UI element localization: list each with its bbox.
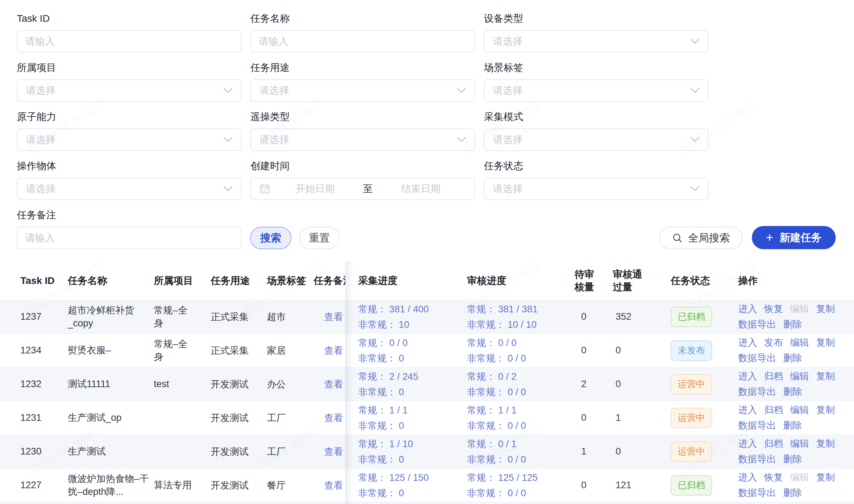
action-link[interactable]: 进入 <box>738 302 757 316</box>
cell-project: 常规–全身 <box>154 304 211 330</box>
cell-review-progress: 常规： 381 / 381非常规： 10 / 10 <box>467 301 572 332</box>
action-link[interactable]: 复制 <box>816 336 835 350</box>
filter-label: 任务用途 <box>250 62 475 74</box>
cell-collect-progress: 常规： 1 / 1非常规： 0 <box>345 403 467 433</box>
action-link[interactable]: 复制 <box>816 470 835 485</box>
filter-input[interactable] <box>250 30 475 53</box>
action-link[interactable]: 删除 <box>783 418 802 433</box>
cell-task-name: 超市冷鲜柜补货_copy <box>68 304 154 330</box>
action-link[interactable]: 编辑 <box>790 403 809 417</box>
cell-approved-count: 0 <box>613 345 671 356</box>
cell-review-progress: 常规： 0 / 1非常规： 0 / 0 <box>467 436 572 467</box>
action-link[interactable]: 编辑 <box>790 437 809 451</box>
action-link[interactable]: 复制 <box>816 369 835 384</box>
filter-field: 采集模式请选择 <box>484 111 709 151</box>
date-range-picker[interactable]: 开始日期至结束日期 <box>250 178 475 200</box>
view-remark-link[interactable]: 查看 <box>324 413 343 423</box>
cell-task-name: 微波炉加热食物–干扰–depth降... <box>68 472 154 498</box>
plus-icon: + <box>766 231 773 244</box>
filter-input[interactable] <box>17 30 242 53</box>
global-search-button[interactable]: 全局搜索 <box>659 227 743 249</box>
filter-select[interactable]: 请选择 <box>484 128 709 151</box>
action-link[interactable]: 进入 <box>738 336 757 350</box>
filter-input[interactable] <box>17 227 242 249</box>
action-link[interactable]: 删除 <box>783 486 802 500</box>
action-link[interactable]: 恢复 <box>764 302 783 316</box>
column-header-label: 任务名称 <box>68 275 107 286</box>
action-link[interactable]: 编辑 <box>790 336 809 350</box>
filter-label: 创建时间 <box>250 160 475 172</box>
filter-select[interactable]: 请选择 <box>484 79 709 102</box>
cell-remark: 查看 <box>314 445 345 458</box>
action-link[interactable]: 删除 <box>783 351 802 365</box>
action-link[interactable]: 发布 <box>764 336 783 350</box>
column-header-label: 任务备注 <box>314 275 345 286</box>
filter-select[interactable]: 请选择 <box>17 178 242 200</box>
column-header-label: 操作 <box>738 275 758 286</box>
filter-select[interactable]: 请选择 <box>250 128 475 151</box>
actions-line: 进入恢复编辑复制 <box>738 470 854 485</box>
action-link[interactable]: 删除 <box>783 385 802 399</box>
column-header-4: 任务用途 <box>211 274 267 287</box>
action-link[interactable]: 复制 <box>816 403 835 417</box>
view-remark-link[interactable]: 查看 <box>324 480 343 491</box>
action-link[interactable]: 数据导出 <box>738 351 776 365</box>
chevron-down-icon <box>457 88 466 93</box>
filter-select[interactable]: 请选择 <box>17 79 242 102</box>
cell-scene: 超市 <box>267 311 314 323</box>
create-task-button[interactable]: + 新建任务 <box>752 226 836 249</box>
filter-label: 任务状态 <box>484 160 709 172</box>
search-button[interactable]: 搜索 <box>250 227 291 249</box>
cell-task-id: 1231 <box>20 412 68 423</box>
action-link[interactable]: 编辑 <box>790 369 809 384</box>
action-link[interactable]: 进入 <box>738 470 757 485</box>
action-link[interactable]: 数据导出 <box>738 385 776 399</box>
action-link[interactable]: 进入 <box>738 437 757 451</box>
action-link[interactable]: 删除 <box>783 317 802 332</box>
action-link[interactable]: 数据导出 <box>738 418 776 433</box>
filter-field: 任务备注 <box>17 209 242 249</box>
action-link[interactable]: 删除 <box>783 452 802 466</box>
collect-irregular-line: 非常规： 0 <box>358 351 467 366</box>
cell-status: 运营中 <box>671 442 734 462</box>
cell-actions: 进入归档编辑复制数据导出删除 <box>734 403 854 433</box>
actions-line: 进入归档编辑复制 <box>738 369 854 384</box>
filter-select[interactable]: 请选择 <box>17 128 242 151</box>
actions-line: 数据导出删除 <box>738 385 854 399</box>
filter-label: 原子能力 <box>17 111 242 123</box>
view-remark-link[interactable]: 查看 <box>324 312 343 322</box>
action-link[interactable]: 归档 <box>764 403 783 417</box>
action-link[interactable]: 复制 <box>816 437 835 451</box>
cell-scene: 餐厅 <box>267 479 314 492</box>
cell-actions: 进入恢复编辑复制数据导出删除 <box>734 302 854 332</box>
filter-label: 操作物体 <box>17 160 242 172</box>
table-row: 1234熨烫衣服–常规–全身正式采集家居查看常规： 0 / 0非常规： 0常规：… <box>0 334 854 367</box>
cell-collect-progress: 常规： 125 / 150非常规： 0 <box>345 470 467 501</box>
chevron-down-icon <box>223 88 232 93</box>
filter-select[interactable]: 请选择 <box>484 178 709 200</box>
action-link[interactable]: 进入 <box>738 403 757 417</box>
cell-remark: 查看 <box>314 311 345 323</box>
action-link[interactable]: 进入 <box>738 369 757 384</box>
action-link[interactable]: 归档 <box>764 437 783 451</box>
action-link[interactable]: 复制 <box>816 302 835 316</box>
table-row: 1231生产测试_op开发测试工厂查看常规： 1 / 1非常规： 0常规： 1 … <box>0 401 854 435</box>
view-remark-link[interactable]: 查看 <box>324 446 343 457</box>
column-header-12: 操作 <box>734 274 854 287</box>
status-badge: 运营中 <box>671 442 712 462</box>
action-link[interactable]: 数据导出 <box>738 452 776 466</box>
reset-button[interactable]: 重置 <box>299 227 340 249</box>
view-remark-link[interactable]: 查看 <box>324 345 343 356</box>
filter-select[interactable]: 请选择 <box>484 30 709 53</box>
action-link[interactable]: 归档 <box>764 369 783 384</box>
cell-project: 算法专用 <box>154 479 211 492</box>
filter-select[interactable]: 请选择 <box>250 79 475 102</box>
collect-regular-line: 常规： 1 / 1 <box>358 403 467 418</box>
action-link[interactable]: 恢复 <box>764 470 783 485</box>
review-regular-line: 常规： 0 / 0 <box>467 335 572 351</box>
create-task-label: 新建任务 <box>780 231 822 245</box>
select-placeholder: 请选择 <box>493 133 523 146</box>
view-remark-link[interactable]: 查看 <box>324 379 343 390</box>
action-link[interactable]: 数据导出 <box>738 317 776 332</box>
action-link[interactable]: 数据导出 <box>738 486 776 500</box>
